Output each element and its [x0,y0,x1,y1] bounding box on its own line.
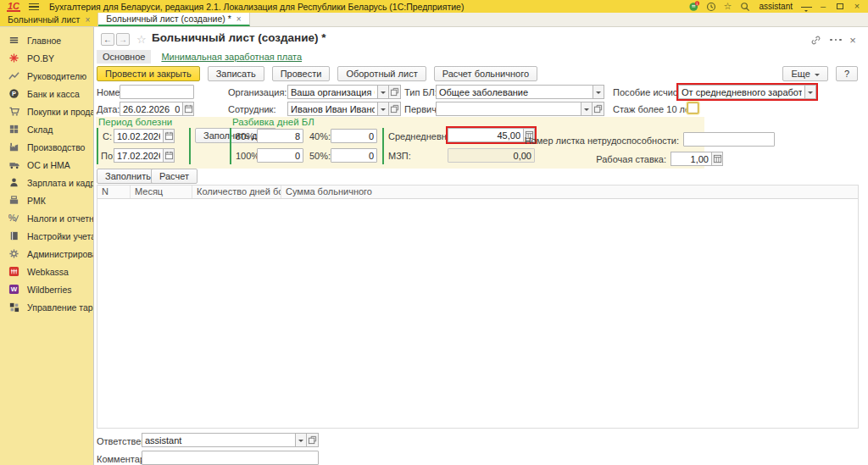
back-button[interactable]: ← [101,33,114,46]
calendar-icon[interactable] [163,129,175,143]
sidebar-item-webkassa[interactable]: Webkassa [0,263,93,280]
sidebar-item-upravlenie-tarifom[interactable]: Управление тарифом [0,298,93,316]
history-icon[interactable] [705,1,717,12]
responsible-input[interactable] [142,433,295,447]
mzp-label: МЗП: [388,151,411,161]
bl-type-dropdown-button[interactable] [593,85,604,99]
green-bar [230,128,231,164]
sidebar-item-po-by[interactable]: PO.BY [0,49,93,67]
employee-combo [287,102,401,116]
sidebar-item-rukovoditelyu[interactable]: Руководителю [0,67,93,85]
chevron-down-icon [808,91,813,97]
discussions-notification-icon[interactable]: 1 [688,1,700,12]
employee-open-button[interactable] [389,102,401,116]
cert-number-label: Номер листка нетрудоспособности: [518,136,679,146]
sidebar-item-proizvodstvo[interactable]: Производство [0,138,93,156]
search-icon[interactable] [739,1,751,12]
more-menu-icon[interactable] [829,34,843,46]
table-column-header[interactable]: Сумма больничного [281,185,858,198]
sidebar-item-rmk[interactable]: РМК [0,191,93,209]
sidebar-item-zarplata-i-kadry[interactable]: Зарплата и кадры [0,174,93,191]
post-and-close-button[interactable]: Провести и закрыть [97,66,200,81]
toolbar-button-4[interactable]: Расчет больничного [434,66,537,81]
calculator-icon[interactable] [711,152,723,166]
main-menu-icon[interactable] [29,3,39,10]
tab-close-icon[interactable]: × [85,15,90,25]
sidebar-menu: ГлавноеPO.BYРуководителюРБанк и кассаПок… [0,27,93,465]
primary-open-button[interactable] [593,102,604,116]
responsible-dropdown-button[interactable] [295,433,307,447]
responsible-open-button[interactable] [307,433,319,447]
benefit-input[interactable] [678,85,804,99]
app-window: 1С Бухгалтерия для Беларуси, редакция 2.… [0,0,868,465]
favorites-star-icon[interactable]: ☆ [722,1,734,12]
organization-input[interactable] [287,85,377,99]
nav-item-main[interactable]: Основное [97,50,151,64]
current-user-label[interactable]: assistant [760,2,793,11]
p100-input[interactable] [257,148,303,163]
p80-input[interactable] [257,129,303,143]
favorite-star-icon[interactable]: ☆ [136,33,147,46]
primary-input[interactable] [436,102,581,116]
avg-daily-input[interactable] [448,128,523,142]
bl-type-input[interactable] [436,85,593,99]
table-column-header[interactable]: Месяц [131,185,192,198]
nav-link-min-wage[interactable]: Минимальная заработная плата [161,52,302,62]
sidebar-item-label: Налоги и отчетность [27,213,93,224]
calendar-icon[interactable] [163,148,175,163]
breakdown-section-title: Разбивка дней БЛ [232,117,314,127]
p50-input[interactable] [331,148,377,163]
seniority-checkbox[interactable] [687,102,698,113]
page-title: Больничный лист (создание) * [152,31,326,44]
results-table[interactable]: NМесяцКоличество дней больничногоСумма б… [97,185,859,429]
tab-close-icon[interactable]: × [236,14,242,24]
maximize-button[interactable] [834,1,846,12]
sidebar-item-nastroyki-ucheta[interactable]: Настройки учета [0,227,93,245]
window-tab-1[interactable]: Больничный лист× [0,13,98,26]
p40-input[interactable] [331,129,377,143]
close-window-button[interactable]: × [851,1,863,12]
more-button[interactable]: Еще [782,66,827,81]
toolbar-button-1[interactable]: Записать [208,66,264,81]
window-tab-2[interactable]: Больничный лист (создание) *× [98,13,249,26]
sidebar-item-nalogi-i-otchetnost[interactable]: %Налоги и отчетность [0,209,93,227]
service-menu-icon[interactable] [801,3,812,11]
date-input[interactable] [120,102,182,116]
benefit-dropdown-button[interactable] [804,85,816,99]
organization-dropdown-button[interactable] [377,85,389,99]
cert-number-input[interactable] [683,132,775,147]
sidebar-item-administrirovanie[interactable]: Администрирование [0,245,93,263]
sidebar-item-sklad[interactable]: Склад [0,120,93,138]
minimize-button[interactable]: – [817,1,829,12]
toolbar-button-2[interactable]: Провести [272,66,331,81]
sidebar-item-wildberries[interactable]: WWildberries [0,280,93,298]
employee-input[interactable] [287,102,377,116]
period-to-input[interactable] [114,148,163,163]
comment-input[interactable] [142,451,319,465]
sidebar-item-pokupki-i-prodazhi[interactable]: Покупки и продажи [0,102,93,120]
get-link-icon[interactable] [809,34,822,46]
sidebar-item-label: Управление тарифом [27,302,93,313]
calc-button[interactable]: Расчет [151,169,198,184]
table-column-header[interactable]: Количество дней больничного [192,185,281,198]
toolbar-button-3[interactable]: Оборотный лист [337,66,426,81]
window-tab-label: Больничный лист (создание) * [106,14,231,24]
sidebar-item-glavnoe[interactable]: Главное [0,31,93,49]
calendar-icon[interactable] [182,102,194,116]
work-rate-input[interactable] [670,152,711,166]
forward-button[interactable]: → [116,33,130,46]
sidebar-item-os-i-nma[interactable]: ОС и НМА [0,156,93,174]
close-form-button[interactable]: × [846,34,860,46]
boxes-icon [8,124,20,136]
sidebar-item-bank-i-kassa[interactable]: РБанк и касса [0,85,93,102]
fill-button[interactable]: Заполнить [97,169,159,184]
benefit-combo-highlighted [678,85,816,99]
table-column-header[interactable]: N [97,185,131,198]
number-input[interactable] [120,85,194,99]
chevron-down-icon [381,91,386,97]
help-button[interactable]: ? [836,66,858,81]
employee-dropdown-button[interactable] [377,102,389,116]
period-from-input[interactable] [114,129,163,143]
organization-open-button[interactable] [389,85,401,99]
primary-dropdown-button[interactable] [581,102,593,116]
